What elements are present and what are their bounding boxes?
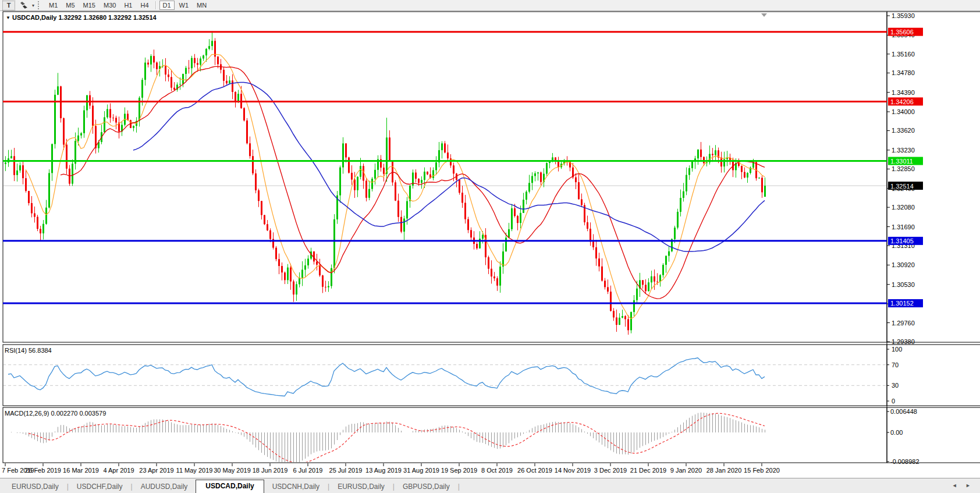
date-tick-label: 13 Aug 2019: [365, 467, 402, 474]
chart-tab-usdcad-3[interactable]: USDCAD,Daily: [196, 480, 264, 493]
price-axis[interactable]: 1.359301.355401.351601.347801.343901.340…: [887, 12, 923, 345]
chart-tab-eurusd-5[interactable]: EURUSD,Daily: [329, 481, 393, 493]
date-tick-label: 21 Dec 2019: [630, 467, 666, 474]
ohlc-high: 1.32680: [83, 14, 106, 21]
price-tick-label: 1.34780: [892, 69, 915, 76]
ohlc-low: 1.32292: [108, 14, 132, 21]
rsi-axis-label: 100: [892, 346, 902, 353]
date-tick-label: 15 Feb 2020: [744, 467, 780, 474]
date-tick-label: 14 Nov 2019: [555, 467, 591, 474]
price-tick-label: 1.32080: [892, 204, 915, 211]
date-tick-label: 23 Apr 2019: [139, 467, 173, 474]
price-level-label: 1.30152: [890, 300, 914, 307]
date-tick-label: 3 Dec 2019: [594, 467, 627, 474]
price-tick-label: 1.35930: [892, 12, 915, 19]
ohlc-open: 1.32292: [58, 14, 81, 21]
date-tick-label: 11 May 2019: [176, 467, 213, 474]
chart-tab-bar: EURUSD,Daily|USDCHF,Daily|AUDUSD,DailyUS…: [0, 478, 980, 493]
chart-tab-usdchf-1[interactable]: USDCHF,Daily: [69, 481, 131, 493]
chart-tab-eurusd-0[interactable]: EURUSD,Daily: [3, 481, 67, 493]
price-tick-label: 1.31690: [892, 224, 915, 230]
price-level-label: 1.32514: [890, 183, 914, 190]
rsi-axis-label: 0: [892, 398, 895, 405]
tab-scroll-arrows[interactable]: ◄ ►: [952, 483, 974, 488]
date-tick-label: 30 May 2019: [214, 467, 251, 474]
date-tick-label: 26 Oct 2019: [517, 467, 552, 474]
price-tick-label: 1.34390: [892, 89, 915, 96]
chart-title: ▼ USDCAD,Daily 1.32292 1.32680 1.32292 1…: [6, 14, 157, 21]
chart-tab-usdcnh-4[interactable]: USDCNH,Daily: [264, 481, 328, 493]
price-tick-label: 1.29380: [892, 338, 915, 345]
price-tick-label: 1.30530: [892, 281, 915, 288]
price-level-label: 1.35606: [890, 29, 914, 36]
ohlc-close: 1.32514: [133, 14, 157, 21]
macd-axis-label: 0.00: [890, 429, 903, 436]
main-chart-plot[interactable]: [3, 12, 887, 342]
price-tick-label: 1.34000: [892, 108, 915, 115]
tab-separator: |: [458, 481, 460, 493]
time-axis[interactable]: 7 Feb 201926 Feb 201916 Mar 20194 Apr 20…: [2, 463, 780, 474]
date-tick-label: 18 Jun 2019: [253, 467, 288, 474]
date-tick-label: 19 Sep 2019: [441, 467, 477, 474]
date-tick-label: 28 Jan 2020: [706, 467, 742, 474]
price-level-label: 1.33011: [890, 158, 913, 165]
macd-signal-value: 0.003579: [79, 410, 106, 417]
chart-canvas: 1.359301.355401.351601.347801.343901.340…: [0, 0, 980, 478]
date-tick-label: 6 Jul 2019: [293, 467, 323, 474]
rsi-axis-label: 30: [892, 382, 899, 389]
price-tick-label: 1.35160: [892, 51, 915, 58]
price-tick-label: 1.29760: [892, 320, 915, 327]
symbol-dropdown-caret-icon[interactable]: ▼: [6, 15, 10, 20]
date-tick-label: 4 Apr 2019: [103, 467, 134, 474]
price-tick-label: 1.33620: [892, 127, 915, 134]
rsi-current-value: 56.8384: [29, 347, 52, 354]
macd-indicator-label: MACD(12,26,9) 0.002270 0.003579: [5, 410, 106, 417]
symbol-name: USDCAD,Daily: [12, 14, 56, 21]
rsi-indicator-label: RSI(14) 56.8384: [5, 347, 52, 354]
chart-tab-audusd-2[interactable]: AUDUSD,Daily: [133, 481, 196, 493]
macd-current-value: 0.002270: [51, 410, 77, 417]
rsi-name: RSI(14): [5, 347, 27, 354]
macd-axis-label: -0.008982: [890, 458, 919, 465]
macd-name: MACD(12,26,9): [5, 410, 49, 417]
price-level-label: 1.31405: [890, 237, 914, 244]
price-tick-label: 1.32850: [892, 165, 915, 172]
date-tick-label: 31 Aug 2019: [403, 467, 439, 474]
rsi-plot[interactable]: [3, 345, 887, 406]
price-level-label: 1.34206: [890, 98, 914, 105]
price-tick-label: 1.30920: [892, 261, 915, 268]
date-tick-label: 26 Feb 2019: [25, 467, 61, 474]
macd-plot[interactable]: [3, 407, 887, 463]
macd-axis-label: 0.006448: [890, 408, 917, 415]
chart-tab-gbpusd-6[interactable]: GBPUSD,Daily: [395, 481, 458, 493]
date-tick-label: 25 Jul 2019: [329, 467, 363, 474]
date-tick-label: 9 Jan 2020: [670, 467, 702, 474]
rsi-axis-label: 70: [892, 361, 899, 368]
price-tick-label: 1.33230: [892, 147, 915, 154]
date-tick-label: 16 Mar 2019: [63, 467, 99, 474]
date-tick-label: 8 Oct 2019: [481, 467, 513, 474]
